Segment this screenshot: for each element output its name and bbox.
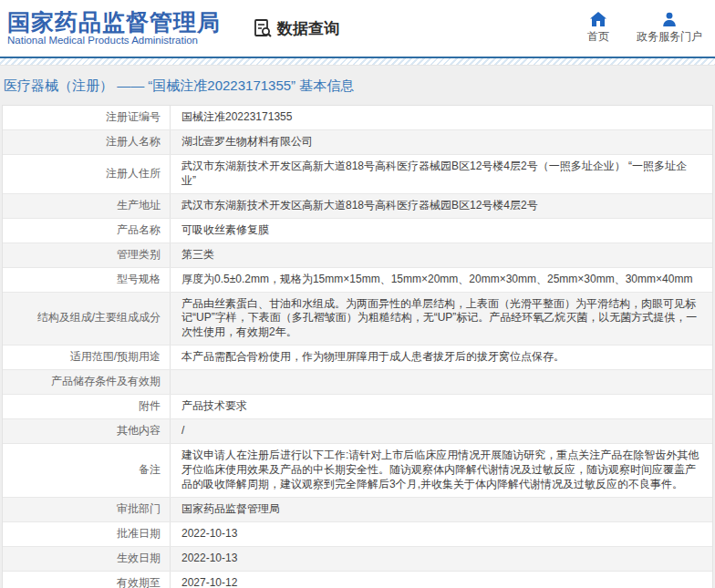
table-row: 批准日期2022-10-13: [3, 522, 712, 547]
header-nav: 首页 政务服务门户: [587, 12, 702, 45]
table-row: 注册证编号国械注准20223171355: [3, 106, 712, 130]
row-label: 管理类别: [3, 243, 171, 267]
row-label: 附件: [3, 395, 171, 418]
striped-band: [0, 58, 715, 66]
row-label: 生效日期: [3, 547, 171, 571]
row-value: [171, 370, 712, 394]
row-value: 产品技术要求: [171, 395, 712, 418]
home-link[interactable]: 首页: [587, 12, 609, 45]
row-value: 国械注准20223171355: [171, 106, 712, 129]
row-value: 厚度为0.5±0.2mm，规格为15mm×15mm、15mm×20mm、20mm…: [171, 268, 712, 292]
logo-subtitle: National Medical Products Administration: [7, 35, 221, 47]
table-row: 产品储存条件及有效期: [3, 370, 712, 395]
table-row: 有效期至2027-10-12: [3, 572, 712, 588]
info-table: 注册证编号国械注准20223171355注册人名称湖北壹罗生物材料有限公司注册人…: [2, 105, 713, 588]
main-content: 医疗器械（注册） —— “国械注准20223171355” 基本信息 注册证编号…: [0, 66, 715, 587]
row-value: 2022-10-13: [171, 547, 712, 571]
row-label: 注册人住所: [3, 155, 171, 193]
table-row: 适用范围/预期用途本产品需配合骨粉使用，作为物理屏障用于成人患者拔牙后的拔牙窝位…: [3, 346, 712, 370]
row-label: 备注: [3, 444, 171, 496]
row-value: 武汉市东湖新技术开发区高新大道818号高科医疗器械园B区12号楼4层2号: [171, 194, 712, 218]
nmpa-logo: 国家药品监督管理局 National Medical Products Admi…: [7, 9, 221, 48]
row-value: 本产品需配合骨粉使用，作为物理屏障用于成人患者拔牙后的拔牙窝位点保存。: [171, 346, 712, 369]
row-value: 国家药品监督管理局: [171, 498, 712, 521]
home-label: 首页: [587, 29, 609, 45]
table-row: 备注建议申请人在注册后进行以下工作:请针对上市后临床应用情况开展随访研究，重点关…: [3, 444, 712, 497]
row-value: 武汉市东湖新技术开发区高新大道818号高科医疗器械园B区12号楼4层2号（一照多…: [171, 155, 712, 193]
table-row: 结构及组成/主要组成成分产品由丝素蛋白、甘油和水组成。为两面异性的单层结构，上表…: [3, 293, 712, 346]
row-value: 第三类: [171, 243, 712, 267]
home-icon: [590, 12, 606, 26]
table-row: 型号规格厚度为0.5±0.2mm，规格为15mm×15mm、15mm×20mm、…: [3, 268, 712, 293]
row-label: 有效期至: [3, 572, 171, 588]
row-value: 湖北壹罗生物材料有限公司: [171, 130, 712, 154]
document-search-icon: [252, 17, 274, 39]
table-row: 管理类别第三类: [3, 243, 712, 268]
logo-title: 国家药品监督管理局: [7, 9, 221, 36]
table-row: 产品名称可吸收丝素修复膜: [3, 219, 712, 243]
row-label: 产品名称: [3, 219, 171, 242]
portal-label: 政务服务门户: [637, 29, 702, 45]
row-value: 产品由丝素蛋白、甘油和水组成。为两面异性的单层结构，上表面（光滑平整面）为平滑结…: [171, 293, 712, 345]
row-label: 注册人名称: [3, 130, 171, 154]
row-label: 结构及组成/主要组成成分: [3, 293, 171, 345]
breadcrumb: 医疗器械（注册） —— “国械注准20223171355” 基本信息: [0, 66, 715, 105]
row-label: 审批部门: [3, 498, 171, 521]
row-value: /: [171, 419, 712, 443]
header: 国家药品监督管理局 National Medical Products Admi…: [0, 0, 715, 57]
person-icon: [661, 12, 678, 26]
portal-link[interactable]: 政务服务门户: [637, 12, 702, 45]
row-value: 可吸收丝素修复膜: [171, 219, 712, 242]
row-value: 2027-10-12: [171, 572, 712, 588]
table-row: 注册人住所武汉市东湖新技术开发区高新大道818号高科医疗器械园B区12号楼4层2…: [3, 155, 712, 194]
row-label: 其他内容: [3, 419, 171, 443]
row-value: 建议申请人在注册后进行以下工作:请针对上市后临床应用情况开展随访研究，重点关注产…: [171, 444, 712, 496]
data-query-label: 数据查询: [277, 18, 339, 39]
table-row: 生效日期2022-10-13: [3, 547, 712, 572]
row-label: 型号规格: [3, 268, 171, 292]
row-label: 生产地址: [3, 194, 171, 218]
table-row: 生产地址武汉市东湖新技术开发区高新大道818号高科医疗器械园B区12号楼4层2号: [3, 194, 712, 219]
row-label: 批准日期: [3, 522, 171, 546]
row-value: 2022-10-13: [171, 522, 712, 546]
table-row: 附件产品技术要求: [3, 395, 712, 419]
table-row: 其他内容/: [3, 419, 712, 444]
row-label: 注册证编号: [3, 106, 171, 129]
table-row: 注册人名称湖北壹罗生物材料有限公司: [3, 130, 712, 155]
table-row: 审批部门国家药品监督管理局: [3, 498, 712, 522]
data-query-nav[interactable]: 数据查询: [252, 17, 339, 39]
row-label: 产品储存条件及有效期: [3, 370, 171, 394]
row-label: 适用范围/预期用途: [3, 346, 171, 369]
